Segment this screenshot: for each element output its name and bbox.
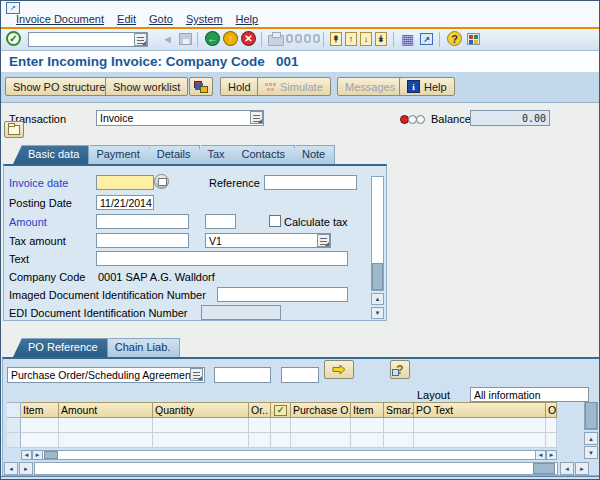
col-overflow[interactable]: O xyxy=(546,402,557,418)
table-hscrollbar-thumb[interactable] xyxy=(44,451,58,459)
row-selector-header[interactable] xyxy=(7,402,21,418)
posting-date-input[interactable]: 11/21/2014 xyxy=(96,195,154,210)
scroll-up-icon[interactable]: ▲ xyxy=(371,293,384,305)
basic-data-scrollbar-thumb[interactable] xyxy=(372,263,383,290)
find-items-button[interactable]: ? xyxy=(390,360,410,379)
col-amount[interactable]: Amount xyxy=(59,402,153,418)
layout-input[interactable]: All information xyxy=(470,387,589,402)
back-triangle-icon[interactable]: ◄ xyxy=(162,33,173,45)
menu-system[interactable]: System xyxy=(186,13,223,25)
col-po-text[interactable]: PO Text xyxy=(414,402,546,418)
page-down-icon[interactable]: ↓ xyxy=(360,32,372,46)
po-item-input[interactable] xyxy=(281,367,319,383)
tab-payment[interactable]: Payment xyxy=(81,145,149,164)
col-smart[interactable]: Smar.. xyxy=(384,402,414,418)
tree-on-off-button[interactable] xyxy=(4,121,24,138)
po-structure-button[interactable] xyxy=(189,77,213,96)
balance-label: Balance xyxy=(431,113,471,125)
col-purchase-order[interactable]: Purchase O.. xyxy=(291,402,351,418)
first-page-icon[interactable]: ↟ xyxy=(330,32,342,46)
info-icon: i xyxy=(407,80,420,93)
text-input[interactable] xyxy=(96,251,348,266)
outer-scroll-left2-icon[interactable]: ◄ xyxy=(560,462,574,475)
po-scroll-down-icon[interactable]: ▼ xyxy=(584,446,598,459)
green-light-icon xyxy=(416,115,425,124)
col-order[interactable]: Or.. xyxy=(249,402,271,418)
table-scroll-right2-icon[interactable]: ► xyxy=(546,450,557,460)
page-up-icon[interactable]: ↑ xyxy=(345,32,357,46)
help-icon[interactable]: ? xyxy=(447,31,462,46)
col-item[interactable]: Item xyxy=(21,402,59,418)
currency-input[interactable] xyxy=(205,214,236,229)
table-hscrollbar-track[interactable] xyxy=(21,450,557,460)
outer-hscrollbar-track[interactable] xyxy=(34,462,558,475)
find-next-icon[interactable] xyxy=(304,34,320,44)
show-worklist-button[interactable]: Show worklist xyxy=(105,77,188,96)
new-session-icon[interactable]: ▦ xyxy=(401,32,414,46)
table-scroll-right-icon[interactable]: ► xyxy=(32,450,43,460)
last-page-icon[interactable]: ↡ xyxy=(375,32,387,46)
menu-invoice-document[interactable]: Invoice Document xyxy=(16,13,104,25)
amount-input[interactable] xyxy=(96,214,189,229)
reference-doc-type-dropdown-icon[interactable] xyxy=(190,368,203,381)
transaction-select[interactable]: Invoice xyxy=(96,110,264,126)
tax-code-select[interactable]: V1 xyxy=(205,233,331,248)
tab-chain-liab[interactable]: Chain Liab. xyxy=(100,338,181,357)
menu-bar: Invoice Document Edit Goto System Help xyxy=(16,13,258,25)
show-po-structure-button[interactable]: Show PO structure xyxy=(5,77,113,96)
table-row[interactable] xyxy=(7,418,557,433)
table-row[interactable] xyxy=(7,433,557,448)
exit-icon[interactable]: ↑ xyxy=(223,31,238,46)
outer-scroll-right2-icon[interactable]: ► xyxy=(575,462,589,475)
command-history-icon[interactable] xyxy=(134,33,147,46)
col-item2[interactable]: Item xyxy=(351,402,384,418)
tab-po-reference[interactable]: PO Reference xyxy=(13,338,108,357)
help-button[interactable]: iHelp xyxy=(399,77,455,96)
col-quantity[interactable]: Quantity xyxy=(153,402,249,418)
simulate-button[interactable]: Simulate xyxy=(257,77,331,96)
back-icon[interactable]: ← xyxy=(205,31,220,46)
table-scroll-left-icon[interactable]: ◄ xyxy=(21,450,32,460)
balance-field: 0.00 xyxy=(470,110,550,126)
find-icon[interactable] xyxy=(286,34,302,44)
command-input[interactable] xyxy=(28,32,148,47)
enter-icon[interactable]: ✓ xyxy=(6,31,21,46)
date-picker-icon[interactable] xyxy=(154,174,169,189)
outer-scroll-left-icon[interactable]: ◄ xyxy=(4,462,18,475)
scroll-down-icon[interactable]: ▼ xyxy=(371,307,384,319)
window-bottom-edge xyxy=(1,476,600,480)
adopt-button[interactable] xyxy=(324,360,354,379)
imaged-doc-label: Imaged Document Identification Number xyxy=(9,289,206,301)
customize-layout-icon[interactable] xyxy=(467,33,480,45)
simulate-icon xyxy=(265,83,276,91)
save-icon[interactable] xyxy=(179,33,192,45)
menu-help[interactable]: Help xyxy=(236,13,259,25)
transaction-dropdown-icon[interactable] xyxy=(250,111,263,124)
invoice-date-input[interactable] xyxy=(96,175,154,190)
calculate-tax-checkbox[interactable] xyxy=(269,215,281,227)
menu-edit[interactable]: Edit xyxy=(117,13,136,25)
col-ok[interactable]: ✓ xyxy=(271,402,291,418)
table-scroll-left2-icon[interactable]: ◄ xyxy=(535,450,546,460)
imaged-doc-input[interactable] xyxy=(217,287,348,302)
tab-details[interactable]: Details xyxy=(142,145,201,164)
reference-doc-type-select[interactable]: Purchase Order/Scheduling Agreement xyxy=(7,367,205,383)
tab-contacts[interactable]: Contacts xyxy=(227,145,295,164)
po-vscrollbar-thumb[interactable] xyxy=(585,402,597,429)
reference-input[interactable] xyxy=(264,175,357,190)
tab-basic-data[interactable]: Basic data xyxy=(13,145,89,164)
create-shortcut-icon[interactable]: ↗ xyxy=(420,33,433,45)
po-scroll-up-icon[interactable]: ▲ xyxy=(584,432,598,445)
outer-hscrollbar-thumb[interactable] xyxy=(533,463,555,474)
print-icon[interactable] xyxy=(268,35,284,46)
outer-scroll-right-icon[interactable]: ► xyxy=(19,462,33,475)
hold-button[interactable]: Hold xyxy=(220,77,259,96)
sap-window: ↗ Invoice Document Edit Goto System Help… xyxy=(0,0,600,480)
menu-goto[interactable]: Goto xyxy=(149,13,173,25)
messages-button[interactable]: Messages xyxy=(337,77,403,96)
tax-amount-input[interactable] xyxy=(96,233,189,248)
tax-code-dropdown-icon[interactable] xyxy=(317,234,330,247)
cancel-icon[interactable]: ✕ xyxy=(241,31,256,46)
po-number-input[interactable] xyxy=(214,367,271,383)
page-title: Enter Incoming Invoice: Company Code 001 xyxy=(9,54,299,69)
